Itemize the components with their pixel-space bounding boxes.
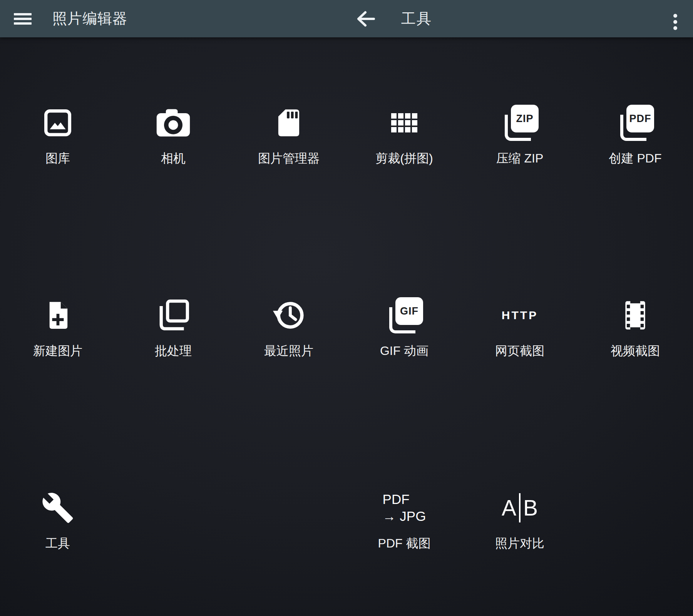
section-title: 工具 [401, 0, 432, 37]
tile-tools[interactable]: 工具 [0, 422, 116, 615]
collage-grid-icon [391, 100, 417, 146]
gallery-icon [42, 100, 74, 146]
tile-label: 图库 [45, 150, 70, 167]
tools-grid: 图库 相机 图片管理器 剪裁(拼图) [0, 37, 693, 616]
apps-grid-icon[interactable] [318, 15, 331, 28]
http-text-icon: HTTP [502, 293, 538, 338]
tile-camera[interactable]: 相机 [116, 37, 231, 230]
tile-label: 批处理 [155, 343, 192, 360]
tile-label: 工具 [45, 535, 70, 552]
tile-label: 最近照片 [264, 343, 313, 360]
app-title: 照片编辑器 [52, 0, 127, 37]
tile-crop-collage[interactable]: 剪裁(拼图) [346, 37, 462, 230]
film-strip-icon [623, 293, 648, 338]
tile-create-pdf[interactable]: PDF 创建 PDF [578, 37, 693, 230]
tile-gallery[interactable]: 图库 [0, 37, 116, 230]
zip-badge-icon: ZIP [501, 100, 539, 146]
back-arrow-icon[interactable] [357, 10, 375, 28]
ab-compare-icon: A B [502, 485, 538, 531]
tile-label: GIF 动画 [380, 343, 429, 360]
tile-photo-compare[interactable]: A B 照片对比 [462, 422, 578, 615]
overflow-menu-icon[interactable] [673, 14, 678, 31]
tile-compress-zip[interactable]: ZIP 压缩 ZIP [462, 37, 578, 230]
tile-label: PDF 截图 [378, 535, 431, 552]
menu-icon[interactable] [14, 13, 32, 25]
tile-batch[interactable]: 批处理 [116, 230, 231, 422]
tile-recent-photos[interactable]: 最近照片 [231, 230, 346, 422]
wrench-icon [41, 485, 74, 531]
batch-copy-icon [156, 293, 191, 338]
camera-icon [155, 100, 192, 146]
tile-new-image[interactable]: 新建图片 [0, 230, 116, 422]
tile-label: 剪裁(拼图) [375, 150, 433, 167]
tile-pdf-screenshot[interactable]: PDF → JPG PDF 截图 [346, 422, 462, 615]
tile-label: 图片管理器 [258, 150, 320, 167]
tile-video-screenshot[interactable]: 视频截图 [578, 230, 693, 422]
pdf-badge-icon: PDF [616, 100, 654, 146]
history-icon [271, 293, 306, 338]
sd-card-icon [277, 100, 301, 146]
tile-web-screenshot[interactable]: HTTP 网页截图 [462, 230, 578, 422]
tile-label: 新建图片 [33, 343, 82, 360]
pdf-to-jpg-text-icon: PDF → JPG [383, 485, 426, 531]
tile-label: 相机 [161, 150, 186, 167]
tile-label: 压缩 ZIP [496, 150, 544, 167]
tile-label: 网页截图 [495, 343, 544, 360]
top-app-bar: 照片编辑器 工具 [0, 0, 693, 37]
tile-label: 视频截图 [611, 343, 660, 360]
tile-gif-animation[interactable]: GIF GIF 动画 [346, 230, 462, 422]
new-image-icon [46, 293, 70, 338]
tile-label: 创建 PDF [609, 150, 662, 167]
tile-label: 照片对比 [495, 535, 544, 552]
gif-badge-icon: GIF [385, 293, 423, 338]
tile-image-manager[interactable]: 图片管理器 [231, 37, 346, 230]
